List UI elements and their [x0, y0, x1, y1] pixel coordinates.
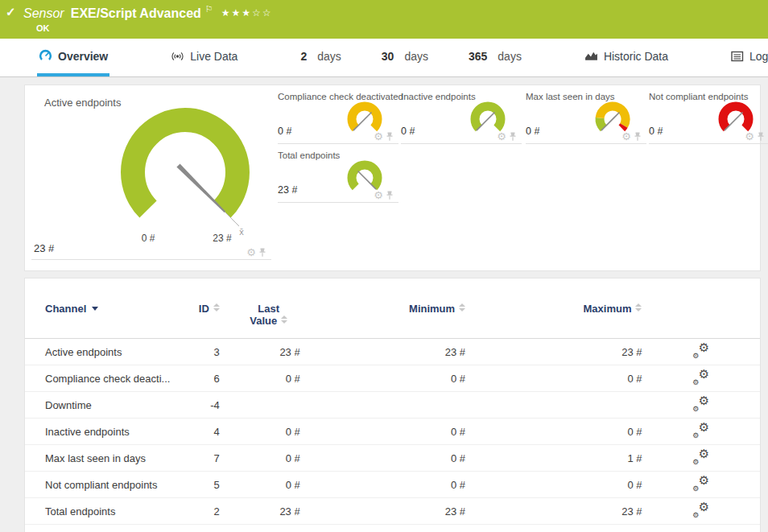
table-row[interactable]: Inactive endpoints 4 0 # 0 # 0 # ⚙⚙	[25, 419, 760, 445]
column-label: Maximum	[584, 303, 632, 315]
channel-minimum: 0 #	[300, 472, 465, 498]
average-marker: x̄	[239, 227, 244, 237]
channel-name[interactable]: Total endpoints	[25, 498, 180, 525]
channel-name[interactable]: Downtime	[25, 392, 180, 419]
column-header-actions	[642, 303, 760, 339]
channel-settings-icon[interactable]: ⚙⚙	[692, 476, 709, 491]
sensor-status-header: ✓ SensorEXE/Script Advanced⚐★★★☆☆ OK	[0, 0, 768, 39]
channel-minimum: 0 #	[300, 419, 465, 445]
flag-icon[interactable]: ⚐	[205, 4, 213, 14]
tab-label: days	[317, 50, 341, 63]
gear-icon[interactable]: ⚙	[745, 131, 754, 142]
gauge-value: 0 #	[649, 126, 663, 137]
channel-id: 2	[180, 498, 220, 525]
gear-icon: ⚙	[692, 512, 699, 519]
gauge-icon	[39, 49, 52, 63]
tab-365-days[interactable]: 365 days	[467, 39, 523, 76]
priority-stars[interactable]: ★★★☆☆	[221, 7, 273, 19]
gauge-value: 0 #	[278, 126, 291, 137]
tab-number: 2	[300, 50, 307, 63]
channels-table: Channel ID Last Value Minimum	[25, 303, 760, 525]
column-header-id[interactable]: ID	[180, 303, 220, 339]
gear-icon: ⚙	[699, 421, 709, 433]
pin-icon[interactable]	[509, 131, 517, 142]
channel-settings-icon[interactable]: ⚙⚙	[692, 370, 709, 385]
pin-icon[interactable]	[386, 190, 394, 200]
channel-name[interactable]: Active endpoints	[25, 339, 180, 365]
gauge-scale-min: 0 #	[142, 233, 155, 244]
pin-icon[interactable]	[258, 247, 266, 258]
channel-maximum: 0 #	[465, 419, 642, 445]
gauge-value: 23 #	[278, 184, 297, 196]
column-header-minimum[interactable]: Minimum	[300, 303, 465, 339]
channel-last-value: 0 #	[220, 472, 300, 498]
channel-last-value	[220, 392, 300, 419]
tab-label: Live Data	[190, 50, 237, 63]
gear-icon[interactable]: ⚙	[374, 190, 383, 200]
status-badge: OK	[36, 23, 50, 33]
channel-settings-icon[interactable]: ⚙⚙	[692, 423, 709, 438]
column-label: Minimum	[409, 303, 455, 315]
tab-live-data[interactable]: Live Data	[169, 39, 239, 76]
channels-panel: Channel ID Last Value Minimum	[24, 278, 761, 532]
gauge-chart: x̄ 0 # 23 #	[105, 97, 266, 250]
sort-icon	[635, 303, 642, 311]
channel-name[interactable]: Inactive endpoints	[25, 419, 180, 445]
table-row[interactable]: Max last seen in days 7 0 # 0 # 1 # ⚙⚙	[25, 445, 760, 472]
gauge-scale-max: 23 #	[213, 233, 232, 244]
check-icon: ✓	[6, 5, 16, 19]
channel-minimum: 23 #	[300, 498, 465, 525]
tab-label: days	[498, 50, 522, 63]
pin-icon[interactable]	[634, 131, 642, 142]
tab-log[interactable]: Log	[729, 39, 768, 76]
channel-maximum: 1 #	[465, 445, 642, 472]
gauge-inactive-endpoints: Inactive endpoints 0 # ⚙	[401, 92, 522, 144]
gear-icon[interactable]: ⚙	[497, 131, 506, 142]
pin-icon[interactable]	[386, 131, 394, 142]
channel-last-value: 0 #	[220, 445, 300, 472]
channel-maximum: 23 #	[465, 339, 642, 365]
channel-name[interactable]: Not compliant endpoints	[25, 472, 180, 498]
channel-settings-icon[interactable]: ⚙⚙	[692, 450, 709, 464]
table-row[interactable]: Compliance check deacti... 6 0 # 0 # 0 #…	[25, 365, 760, 392]
tab-30-days[interactable]: 30 days	[380, 39, 430, 76]
tab-number: 30	[382, 50, 394, 63]
gauge-value: 0 #	[401, 126, 415, 137]
tab-historic-data[interactable]: Historic Data	[583, 39, 670, 76]
gear-icon: ⚙	[699, 341, 709, 353]
channel-settings-icon[interactable]: ⚙⚙	[692, 344, 709, 358]
tab-number: 365	[469, 50, 487, 63]
channel-last-value: 23 #	[220, 498, 300, 525]
column-header-channel[interactable]: Channel	[25, 303, 180, 339]
channel-minimum: 23 #	[300, 339, 465, 365]
channel-name[interactable]: Compliance check deacti...	[25, 365, 180, 392]
tab-overview[interactable]: Overview	[37, 39, 109, 76]
channel-id: 7	[180, 445, 220, 472]
table-row[interactable]: Active endpoints 3 23 # 23 # 23 # ⚙⚙	[25, 339, 760, 365]
channel-maximum: 0 #	[465, 365, 642, 392]
table-row[interactable]: Downtime -4 ⚙⚙	[25, 392, 760, 419]
tab-label: Log	[749, 50, 768, 63]
channel-maximum: 0 #	[465, 472, 642, 498]
pin-icon[interactable]	[757, 131, 765, 142]
tab-2-days[interactable]: 2 days	[299, 39, 342, 76]
gauge-total-endpoints: Total endpoints 23 # ⚙	[278, 151, 398, 203]
table-row[interactable]: Total endpoints 2 23 # 23 # 23 # ⚙⚙	[25, 498, 760, 525]
log-icon	[731, 51, 744, 62]
gear-icon[interactable]: ⚙	[621, 131, 631, 142]
channel-settings-icon[interactable]: ⚙⚙	[692, 397, 709, 411]
sort-icon	[459, 303, 465, 311]
gear-icon[interactable]: ⚙	[374, 131, 383, 142]
column-header-maximum[interactable]: Maximum	[465, 303, 642, 339]
gauge-value: 23 #	[34, 242, 54, 254]
gauges-panel: Active endpoints x̄ 0 # 23 # 23 # ⚙ Comp…	[24, 85, 761, 271]
channel-settings-icon[interactable]: ⚙⚙	[692, 503, 709, 518]
column-header-last-value[interactable]: Last Value	[220, 303, 300, 339]
tab-bar: Overview Live Data 2 days 30 days 365 da…	[0, 39, 768, 77]
channel-name[interactable]: Max last seen in days	[25, 445, 180, 472]
table-row[interactable]: Not compliant endpoints 5 0 # 0 # 0 # ⚙⚙	[25, 472, 760, 498]
gauge-active-endpoints: Active endpoints x̄ 0 # 23 # 23 # ⚙	[31, 92, 271, 260]
gear-icon: ⚙	[699, 394, 709, 406]
gear-icon[interactable]: ⚙	[246, 247, 256, 258]
column-label: Channel	[45, 303, 86, 315]
